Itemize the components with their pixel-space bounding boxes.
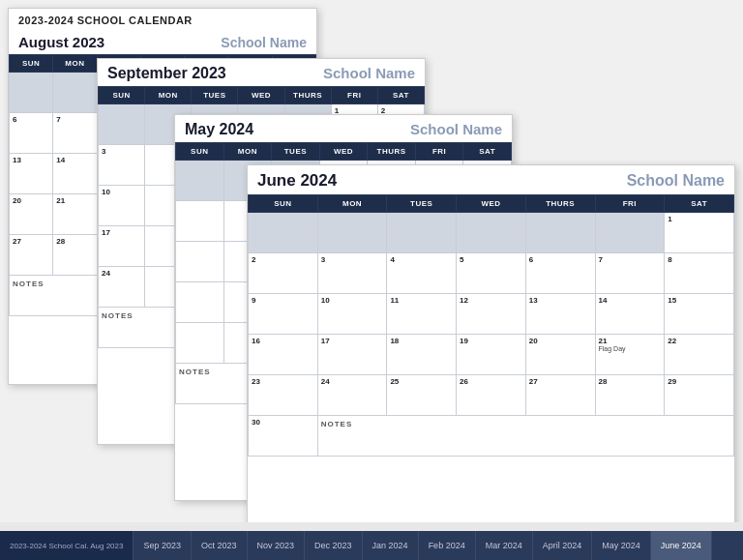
notes-row: 30 NOTES: [249, 416, 734, 457]
aug-notes: NOTES: [10, 276, 98, 316]
sep-col-sun: SUN: [99, 87, 145, 104]
jun-school-name: School Name: [627, 172, 725, 190]
cal-header-may: May 2024 School Name: [175, 115, 512, 142]
sep-school-name: School Name: [323, 65, 415, 81]
sep-col-thu: THURS: [284, 87, 331, 104]
jun-col-fri: FRI: [595, 195, 665, 213]
tab-jan2024[interactable]: Jan 2024: [363, 531, 419, 560]
table-row: 9 10 11 12 13 14 15: [249, 294, 734, 335]
page-title-aug: 2023-2024 SCHOOL CALENDAR: [9, 9, 316, 28]
aug-month-title: August 2023: [18, 34, 104, 50]
may-col-sat: SAT: [463, 143, 512, 161]
tab-sep2023[interactable]: Sep 2023: [134, 531, 192, 560]
tab-mar2024[interactable]: Mar 2024: [476, 531, 533, 560]
sep-col-mon: MON: [145, 87, 192, 104]
may-col-sun: SUN: [176, 143, 224, 161]
tab-apr2024[interactable]: April 2024: [533, 531, 593, 560]
table-row: 23 24 25 26 27 28 29: [249, 375, 734, 416]
aug-col-sun: SUN: [10, 55, 53, 73]
cal-header-sep: September 2023 School Name: [98, 59, 425, 86]
tab-may2024[interactable]: May 2024: [592, 531, 651, 560]
tab-dec2023[interactable]: Dec 2023: [305, 531, 363, 560]
aug-school-name: School Name: [221, 35, 307, 50]
sep-col-sat: SAT: [377, 87, 424, 104]
sep-col-wed: WED: [238, 87, 284, 104]
tab-jun2024[interactable]: June 2024: [651, 531, 712, 560]
may-school-name: School Name: [410, 121, 502, 137]
jun-grid: SUN MON TUES WED THURS FRI SAT 1: [248, 194, 734, 457]
aug-col-mon: MON: [53, 55, 97, 73]
table-row: 16 17 18 19 20 21Flag Day 22: [249, 335, 734, 375]
tab-nov2023[interactable]: Nov 2023: [248, 531, 306, 560]
may-col-thu: THURS: [368, 143, 416, 161]
sep-month-title: September 2023: [107, 65, 226, 82]
may-col-fri: FRI: [415, 143, 463, 161]
jun-month-title: June 2024: [257, 171, 337, 191]
tab-bar: 2023-2024 School Cal. Aug 2023 Sep 2023 …: [0, 531, 743, 560]
tab-current[interactable]: 2023-2024 School Cal. Aug 2023: [0, 531, 134, 560]
may-col-mon: MON: [223, 143, 272, 161]
table-row: 1: [249, 213, 734, 253]
jun-col-sun: SUN: [249, 195, 318, 213]
table-row: 2 3 4 5 6 7 8: [249, 253, 734, 294]
tab-oct2023[interactable]: Oct 2023: [192, 531, 248, 560]
cal-header-jun: June 2024 School Name: [248, 165, 734, 194]
main-area: 2023-2024 SCHOOL CALENDAR August 2023 Sc…: [0, 0, 743, 522]
jun-col-thu: THURS: [525, 195, 595, 213]
jun-col-wed: WED: [457, 195, 526, 213]
tab-feb2024[interactable]: Feb 2024: [419, 531, 476, 560]
may-col-tue: TUES: [272, 143, 320, 161]
sep-col-fri: FRI: [331, 87, 377, 104]
may-month-title: May 2024: [185, 121, 253, 138]
may-col-wed: WED: [319, 143, 368, 161]
jun-col-tue: TUES: [387, 195, 457, 213]
jun-col-mon: MON: [317, 195, 387, 213]
calendar-june: June 2024 School Name SUN MON TUES WED T…: [247, 164, 735, 522]
cal-header-aug: August 2023 School Name: [9, 28, 316, 54]
sep-col-tue: TUES: [192, 87, 238, 104]
jun-col-sat: SAT: [665, 195, 734, 213]
jun-notes: NOTES: [317, 416, 733, 457]
